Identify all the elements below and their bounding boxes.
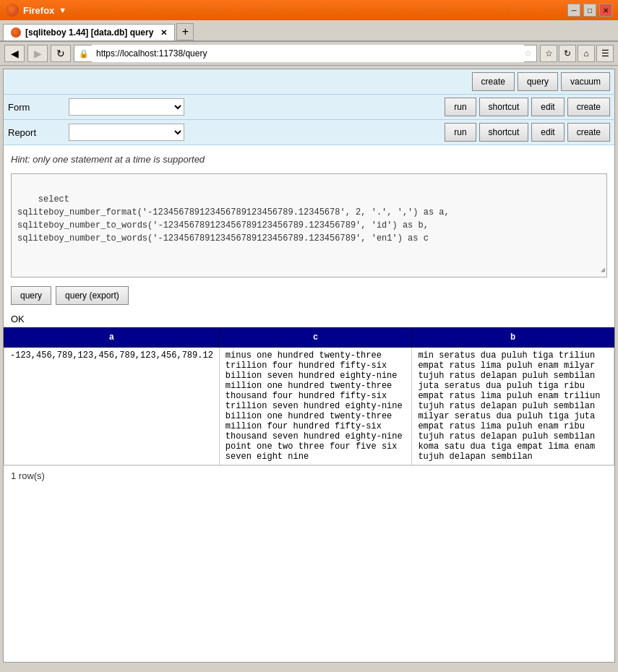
main-content: create query vacuum Form run shortcut ed…	[3, 69, 615, 663]
report-row: Report run shortcut edit create	[4, 120, 614, 145]
form-edit-button[interactable]: edit	[531, 98, 564, 116]
url-input[interactable]	[92, 45, 524, 62]
titlebar: Firefox ▼ ─ □ ✕	[0, 0, 618, 20]
sql-editor[interactable]: select sqliteboy_number_format('-1234567…	[11, 173, 607, 277]
report-shortcut-button[interactable]: shortcut	[479, 123, 529, 142]
star-icon[interactable]: ☆	[524, 48, 532, 59]
tab-icon	[11, 27, 21, 38]
col-header-b: b	[412, 328, 614, 348]
report-select[interactable]	[69, 124, 184, 141]
tab-main[interactable]: [sqliteboy 1.44] [data.db] query ✕	[3, 24, 175, 40]
form-shortcut-button[interactable]: shortcut	[479, 98, 529, 116]
back-button[interactable]: ◀	[4, 45, 25, 62]
query-buttons: query query (export)	[4, 280, 614, 311]
home-icon[interactable]: ⌂	[578, 45, 595, 62]
cell-a: -123,456,789,123,456,789,123,456,789.12	[4, 348, 220, 465]
report-run-button[interactable]: run	[445, 123, 476, 142]
sql-content: select sqliteboy_number_format('-1234567…	[17, 194, 450, 244]
forward-button[interactable]: ▶	[27, 45, 48, 62]
form-select[interactable]	[69, 98, 184, 116]
hint-content: Hint: only one statement at a time is su…	[11, 154, 205, 165]
report-create-button[interactable]: create	[567, 123, 610, 142]
table-row: -123,456,789,123,456,789,123,456,789.12 …	[4, 348, 614, 465]
url-bar-container: 🔒 ☆	[74, 45, 537, 62]
firefox-icon	[6, 4, 19, 17]
resize-handle[interactable]: ◢	[601, 264, 605, 275]
refresh-button[interactable]: ↻	[51, 45, 71, 62]
tab-close-icon[interactable]: ✕	[160, 28, 167, 38]
row-count-value: 1 row(s)	[11, 470, 45, 481]
top-toolbar: create query vacuum	[4, 69, 614, 95]
addr-icons: ☆ ↻ ⌂ ☰	[540, 45, 614, 62]
query-button[interactable]: query	[518, 72, 558, 91]
create-button[interactable]: create	[472, 72, 515, 91]
tab-label: [sqliteboy 1.44] [data.db] query	[25, 27, 153, 38]
form-run-button[interactable]: run	[445, 98, 476, 116]
col-header-a: a	[4, 328, 220, 348]
lock-icon: 🔒	[79, 49, 89, 59]
query-export-button[interactable]: query (export)	[56, 286, 129, 305]
bookmark-star-icon[interactable]: ☆	[540, 45, 557, 62]
minimize-button[interactable]: ─	[567, 4, 580, 17]
form-label: Form	[8, 102, 66, 113]
tabbar: [sqliteboy 1.44] [data.db] query ✕ +	[0, 20, 618, 42]
results-table: a c b -123,456,789,123,456,789,123,456,7…	[4, 327, 614, 465]
row-count: 1 row(s)	[4, 465, 614, 486]
reload-icon[interactable]: ↻	[559, 45, 576, 62]
execute-query-button[interactable]: query	[11, 286, 51, 305]
close-button[interactable]: ✕	[599, 4, 612, 17]
status-value: OK	[11, 314, 25, 324]
new-tab-button[interactable]: +	[176, 23, 194, 40]
maximize-button[interactable]: □	[583, 4, 596, 17]
addressbar: ◀ ▶ ↻ 🔒 ☆ ☆ ↻ ⌂ ☰	[0, 42, 618, 66]
status-text: OK	[4, 311, 614, 327]
vacuum-button[interactable]: vacuum	[561, 72, 610, 91]
cell-c: minus one hundred twenty-three trillion …	[219, 348, 412, 465]
titlebar-controls: ─ □ ✕	[567, 4, 612, 17]
report-edit-button[interactable]: edit	[531, 123, 564, 142]
menu-icon[interactable]: ☰	[596, 45, 614, 62]
form-row: Form run shortcut edit create	[4, 95, 614, 120]
report-label: Report	[8, 127, 66, 138]
hint-text: Hint: only one statement at a time is su…	[4, 145, 614, 171]
cell-b: min seratus dua puluh tiga triliun empat…	[412, 348, 614, 465]
col-header-c: c	[219, 328, 412, 348]
titlebar-left: Firefox ▼	[6, 4, 66, 17]
titlebar-title: Firefox	[23, 5, 54, 16]
form-create-button[interactable]: create	[567, 98, 610, 116]
